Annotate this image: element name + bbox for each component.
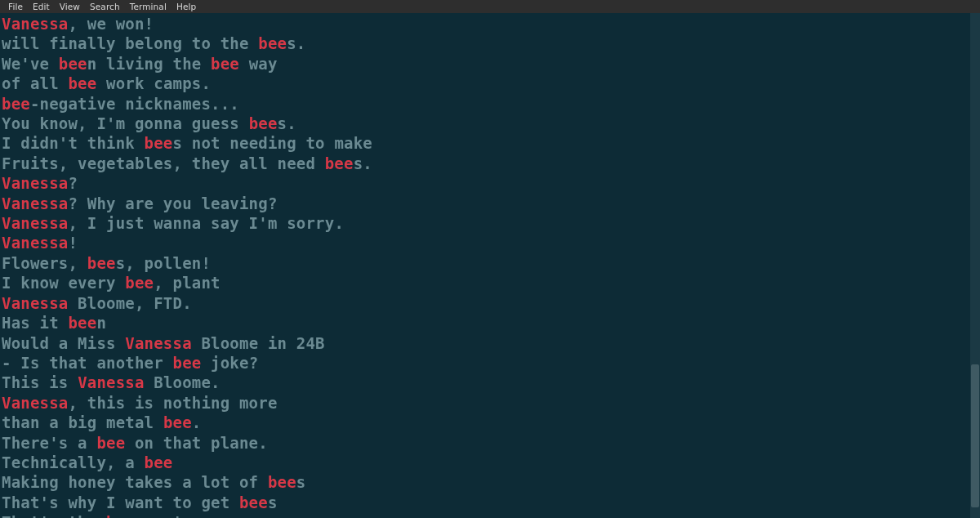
highlight-match: bee	[145, 453, 173, 471]
terminal-line: That's the bee way!	[2, 512, 969, 518]
highlight-match: Vanessa	[2, 194, 68, 212]
menu-file[interactable]: File	[3, 2, 28, 11]
highlight-match: Vanessa	[2, 214, 68, 232]
highlight-match: bee	[68, 314, 96, 332]
menubar: File Edit View Search Terminal Help	[0, 0, 980, 13]
terminal-line: than a big metal bee.	[2, 413, 969, 432]
highlight-match: bee	[258, 34, 287, 52]
highlight-match: bee	[96, 434, 125, 452]
terminal-line: There's a bee on that plane.	[2, 433, 969, 453]
terminal-line: Vanessa? Why are you leaving?	[2, 194, 969, 213]
menu-view[interactable]: View	[55, 2, 85, 11]
terminal-viewport[interactable]: Vanessa, we won!will finally belong to t…	[0, 13, 980, 518]
highlight-match: bee	[249, 114, 278, 132]
highlight-match: Vanessa	[2, 294, 68, 312]
highlight-match: Vanessa	[125, 334, 191, 352]
highlight-match: Vanessa	[2, 234, 68, 252]
highlight-match: bee	[145, 134, 173, 152]
menu-search[interactable]: Search	[85, 2, 125, 11]
highlight-match: bee	[2, 95, 30, 113]
terminal-line: - Is that another bee joke?	[2, 353, 969, 373]
terminal-window: File Edit View Search Terminal Help Vane…	[0, 0, 980, 518]
terminal-line: Fruits, vegetables, they all need bees.	[2, 154, 969, 173]
menu-terminal[interactable]: Terminal	[125, 2, 172, 11]
terminal-line: Vanessa, we won!	[2, 14, 969, 33]
highlight-match: bee	[325, 154, 354, 172]
terminal-line: Vanessa?	[2, 173, 969, 193]
terminal-line: Vanessa!	[2, 233, 969, 252]
terminal-line: will finally belong to the bees.	[2, 33, 969, 53]
terminal-line: I know every bee, plant	[2, 273, 969, 292]
terminal-line: Would a Miss Vanessa Bloome in 24B	[2, 333, 969, 353]
menu-edit[interactable]: Edit	[28, 2, 55, 11]
highlight-match: bee	[106, 513, 135, 518]
highlight-match: bee	[268, 473, 296, 491]
highlight-match: bee	[211, 55, 239, 73]
terminal-line: bee-negative nicknames...	[2, 94, 969, 114]
highlight-match: bee	[59, 55, 87, 73]
highlight-match: Vanessa	[2, 174, 68, 192]
scrollbar-track[interactable]	[970, 13, 980, 518]
menu-help[interactable]: Help	[172, 2, 201, 11]
highlight-match: bee	[239, 493, 268, 511]
terminal-line: You know, I'm gonna guess bees.	[2, 114, 969, 133]
highlight-match: bee	[163, 413, 192, 431]
highlight-match: bee	[68, 74, 96, 92]
terminal-line: Has it been	[2, 313, 969, 333]
scrollbar-thumb[interactable]	[971, 364, 979, 507]
highlight-match: Vanessa	[2, 394, 68, 412]
terminal-line: We've been living the bee way	[2, 54, 969, 74]
terminal-line: Vanessa, I just wanna say I'm sorry.	[2, 213, 969, 233]
terminal-line: of all bee work camps.	[2, 74, 969, 93]
highlight-match: Vanessa	[78, 373, 144, 391]
highlight-match: bee	[87, 254, 116, 272]
highlight-match: Vanessa	[2, 15, 68, 33]
terminal-line: Vanessa Bloome, FTD.	[2, 293, 969, 313]
terminal-line: This is Vanessa Bloome.	[2, 373, 969, 392]
terminal-line: That's why I want to get bees	[2, 493, 969, 512]
terminal-line: Making honey takes a lot of bees	[2, 472, 969, 492]
terminal-line: Flowers, bees, pollen!	[2, 253, 969, 273]
highlight-match: bee	[173, 354, 202, 372]
terminal-line: Vanessa, this is nothing more	[2, 393, 969, 413]
highlight-match: bee	[125, 274, 154, 292]
terminal-line: I didn't think bees not needing to make	[2, 133, 969, 153]
terminal-output: Vanessa, we won!will finally belong to t…	[0, 13, 969, 518]
terminal-line: Technically, a bee	[2, 453, 969, 472]
